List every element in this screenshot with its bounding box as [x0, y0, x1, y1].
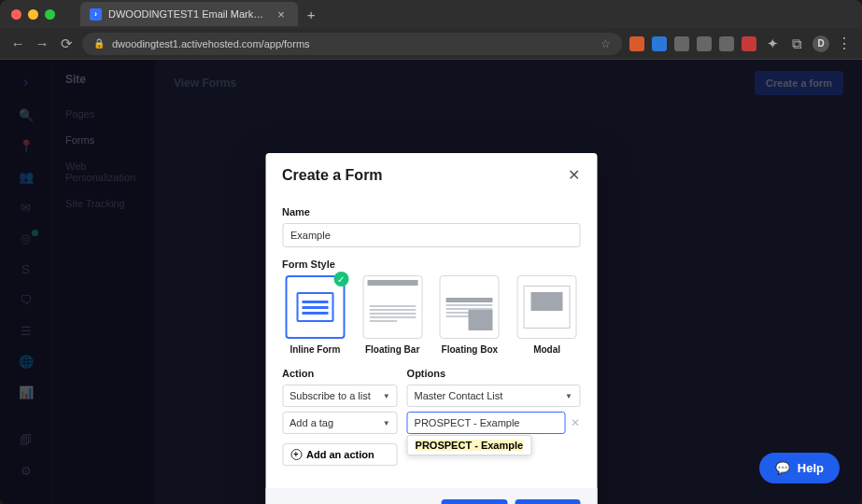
window-close-dot[interactable]: [11, 9, 21, 20]
extensions-menu-icon[interactable]: ✦: [764, 35, 781, 52]
style-option-floating-box[interactable]: Floating Box: [437, 275, 503, 355]
name-label: Name: [282, 206, 580, 217]
tab-close-icon[interactable]: ×: [277, 7, 285, 21]
url-text: dwoodingtest1.activehosted.com/app/forms: [112, 38, 310, 49]
extension-icon[interactable]: [652, 36, 667, 51]
extension-icon[interactable]: [742, 36, 756, 51]
profile-avatar[interactable]: D: [813, 35, 829, 52]
style-option-floating-bar[interactable]: Floating Bar: [360, 275, 426, 355]
style-label: Modal: [533, 344, 560, 355]
form-style-label: Form Style: [282, 259, 580, 270]
plus-icon: +: [290, 449, 302, 460]
browser-menu-icon[interactable]: ⋮: [837, 35, 853, 52]
extension-icon[interactable]: [629, 36, 644, 51]
add-action-button[interactable]: +Add an action: [282, 443, 398, 466]
action-select-0[interactable]: Subscribe to a list▼: [282, 385, 398, 407]
tag-input[interactable]: PROSPECT - Example: [407, 412, 565, 434]
clear-icon[interactable]: ✕: [571, 416, 580, 429]
nav-back-icon[interactable]: ←: [9, 35, 26, 51]
app-root: › 🔍 📍 👥 ✉ ◎ S 🗨 ☰ 🌐 📊 🗐 ⚙ Site Pages For…: [0, 60, 862, 504]
modal-close-icon[interactable]: ✕: [568, 166, 580, 184]
style-label: Floating Bar: [365, 344, 419, 355]
style-label: Floating Box: [442, 344, 499, 355]
caret-down-icon: ▼: [565, 392, 572, 400]
autocomplete-suggestion[interactable]: PROSPECT - Example: [407, 435, 532, 455]
action-select-1[interactable]: Add a tag▼: [282, 412, 398, 434]
tab-title: DWOODINGTEST1 Email Mark…: [108, 8, 263, 20]
extension-icon[interactable]: [697, 36, 712, 51]
chat-icon: 💬: [775, 461, 790, 475]
window-minimize-dot[interactable]: [28, 9, 38, 20]
downloads-icon[interactable]: ⧉: [788, 35, 805, 52]
style-option-inline[interactable]: ✓ Inline Form: [282, 275, 348, 355]
action-label: Action: [282, 368, 398, 379]
window-maximize-dot[interactable]: [45, 9, 55, 20]
nav-reload-icon[interactable]: ⟳: [58, 35, 75, 52]
style-option-modal[interactable]: Modal: [514, 275, 580, 355]
form-name-input[interactable]: [282, 223, 580, 247]
style-label: Inline Form: [290, 344, 340, 355]
extension-tray: ✦ ⧉ D ⋮: [629, 35, 853, 52]
browser-toolbar: ← → ⟳ 🔒 dwoodingtest1.activehosted.com/a…: [0, 28, 862, 60]
caret-down-icon: ▼: [383, 392, 390, 400]
help-button[interactable]: 💬 Help: [759, 453, 840, 483]
caret-down-icon: ▼: [383, 419, 390, 427]
options-select-0[interactable]: Master Contact List▼: [407, 385, 580, 407]
modal-title: Create a Form: [282, 167, 383, 184]
extension-icon[interactable]: [719, 36, 734, 51]
url-bar[interactable]: 🔒 dwoodingtest1.activehosted.com/app/for…: [82, 33, 622, 55]
extension-icon[interactable]: [674, 36, 689, 51]
bookmark-star-icon[interactable]: ☆: [601, 37, 611, 50]
check-icon: ✓: [333, 272, 348, 287]
lock-icon: 🔒: [93, 38, 105, 49]
create-button[interactable]: Create: [516, 499, 580, 504]
options-label: Options: [407, 368, 580, 379]
cancel-button[interactable]: Cancel: [441, 499, 507, 504]
create-form-modal: Create a Form ✕ Name Form Style ✓ Inline…: [265, 153, 597, 504]
browser-tab[interactable]: › DWOODINGTEST1 Email Mark… ×: [80, 2, 298, 26]
nav-forward-icon[interactable]: →: [34, 35, 50, 51]
new-tab-button[interactable]: +: [307, 7, 316, 22]
window-titlebar: › DWOODINGTEST1 Email Mark… × +: [0, 0, 862, 28]
help-label: Help: [798, 461, 824, 475]
tab-favicon-icon: ›: [90, 8, 102, 21]
